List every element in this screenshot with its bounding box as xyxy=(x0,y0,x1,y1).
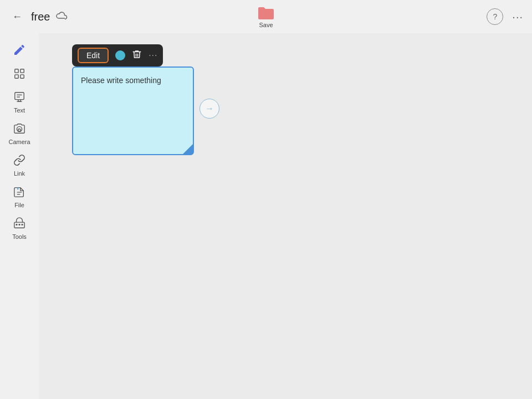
file-icon xyxy=(13,186,25,200)
back-arrow-icon: ← xyxy=(12,11,22,23)
edit-button[interactable]: Edit xyxy=(78,48,109,63)
sidebar-link-label: Link xyxy=(14,170,25,177)
sidebar-text-label: Text xyxy=(14,107,25,114)
svg-rect-0 xyxy=(15,69,18,73)
sidebar: Text Camera Link xyxy=(0,33,39,399)
header-center: Save xyxy=(257,5,275,28)
svg-rect-1 xyxy=(21,69,24,73)
pencil-icon xyxy=(13,43,26,59)
right-arrow-icon: → xyxy=(205,104,214,114)
camera-icon xyxy=(13,122,25,137)
header-left: ← free xyxy=(9,8,68,25)
svg-rect-4 xyxy=(15,93,24,100)
delete-button[interactable] xyxy=(132,49,142,62)
sidebar-item-draw[interactable] xyxy=(3,39,36,63)
note-placeholder-text: Please write something xyxy=(81,76,161,85)
sidebar-item-text[interactable]: Text xyxy=(3,86,36,118)
sidebar-item-link[interactable]: Link xyxy=(3,150,36,181)
header-right: ? ··· xyxy=(487,8,523,25)
help-label: ? xyxy=(493,12,497,21)
svg-rect-10 xyxy=(16,224,18,226)
header: ← free Save ? ··· xyxy=(0,0,532,33)
canvas-area: Edit ··· Please write something → xyxy=(39,33,532,399)
save-label: Save xyxy=(259,22,273,28)
note-toolbar: Edit ··· xyxy=(72,44,163,66)
svg-point-8 xyxy=(18,129,21,131)
folder-icon xyxy=(257,5,275,21)
sidebar-item-file[interactable]: File xyxy=(3,181,36,213)
more-menu-button[interactable]: ··· xyxy=(512,11,523,23)
grid-icon xyxy=(13,68,25,82)
text-icon xyxy=(13,91,25,105)
sidebar-camera-label: Camera xyxy=(8,139,30,145)
svg-rect-12 xyxy=(22,224,23,226)
sidebar-item-camera[interactable]: Camera xyxy=(3,118,36,150)
save-button[interactable]: Save xyxy=(257,5,275,28)
next-arrow-button[interactable]: → xyxy=(200,99,219,119)
svg-rect-2 xyxy=(15,75,18,78)
note-card[interactable]: Please write something xyxy=(72,66,194,155)
toolbar-more-button[interactable]: ··· xyxy=(149,50,157,60)
note-corner-fold xyxy=(183,144,193,154)
sidebar-item-tools[interactable]: Tools xyxy=(3,213,36,244)
color-picker-circle[interactable] xyxy=(115,50,125,60)
trash-icon xyxy=(132,49,142,59)
svg-rect-3 xyxy=(21,75,24,78)
sidebar-item-layout[interactable] xyxy=(3,63,36,86)
sidebar-tools-label: Tools xyxy=(12,233,27,240)
svg-rect-11 xyxy=(19,224,21,226)
app-title: free xyxy=(31,11,50,23)
tools-icon xyxy=(13,217,25,232)
link-icon xyxy=(13,154,25,168)
sidebar-file-label: File xyxy=(14,202,24,208)
back-button[interactable]: ← xyxy=(9,8,25,25)
cloud-icon[interactable] xyxy=(55,11,68,23)
help-button[interactable]: ? xyxy=(487,8,503,25)
